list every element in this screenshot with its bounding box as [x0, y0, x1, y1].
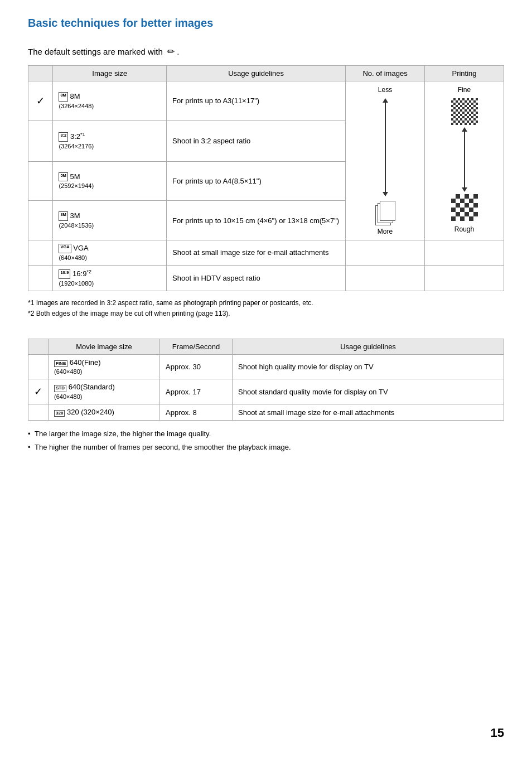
- table-row: VGA VGA (640×480) Shoot at small image s…: [28, 240, 504, 266]
- movie-table-row: 320 320 (320×240) Approx. 8 Shoot at sma…: [28, 404, 504, 420]
- movie-usage-r2: Shoot standard quality movie for display…: [233, 379, 504, 404]
- printing-empty-r6: [425, 265, 504, 291]
- image-size-cell-r3: 5M 5M (2592×1944): [53, 161, 167, 201]
- usage-cell-r4: For prints up to 10×15 cm (4×6") or 13×1…: [167, 201, 346, 240]
- movie-usage-r3: Shoot at small image size for e-mail att…: [233, 404, 504, 420]
- page-number: 15: [491, 726, 504, 740]
- check-col-r2: [28, 120, 53, 161]
- movie-dims-r1: (640×480): [54, 368, 82, 375]
- no-images-cell-row1: Less More: [346, 81, 425, 240]
- col-header-usage: Usage guidelines: [167, 66, 346, 81]
- movie-size-r1: FINE 640(Fine) (640×480): [49, 355, 160, 379]
- image-size-cell-r4: 3M 3M (2048×1536): [53, 201, 167, 240]
- cam-icon-8m: 8M: [59, 92, 67, 102]
- cam-icon-vga: VGA: [59, 244, 71, 253]
- intro-text: The default settings are marked with ✏ .: [28, 46, 504, 57]
- movie-table: Movie image size Frame/Second Usage guid…: [28, 339, 504, 421]
- movie-frame-r3: Approx. 8: [160, 404, 233, 420]
- movie-size-label-r3: 320 (320×240): [67, 408, 114, 416]
- movie-table-row: ✓ STD 640(Standard) (640×480) Approx. 17…: [28, 379, 504, 404]
- bullet-note-2: The higher the number of frames per seco…: [28, 441, 504, 454]
- page-title: Basic techniques for better images: [28, 17, 504, 30]
- cam-icon-169: 16:9: [59, 269, 70, 279]
- movie-size-r3: 320 320 (320×240): [49, 404, 160, 420]
- size-label-3m: 3M: [70, 211, 80, 220]
- movie-check-r3: [28, 404, 49, 420]
- size-dims-3m: (2048×1536): [59, 222, 94, 229]
- pages-icon: [375, 201, 395, 225]
- printing-rough: [425, 240, 504, 266]
- movie-size-r2: STD 640(Standard) (640×480): [49, 379, 160, 404]
- movie-table-row: FINE 640(Fine) (640×480) Approx. 30 Shoo…: [28, 355, 504, 379]
- movie-frame-r2: Approx. 17: [160, 379, 233, 404]
- check-col: ✓: [28, 81, 53, 121]
- image-size-table: Image size Usage guidelines No. of image…: [28, 65, 504, 291]
- no-images-less-label: Less: [378, 86, 392, 94]
- image-size-cell: 8M 8M (3264×2448): [53, 81, 167, 121]
- size-label-vga: VGA: [73, 244, 88, 252]
- usage-cell-r5: Shoot at small image size for e-mail att…: [167, 240, 346, 266]
- no-images-more: [346, 240, 425, 266]
- footnote-2: *2 Both edges of the image may be cut of…: [28, 308, 504, 319]
- table-row: 16:9 16:9*2 (1920×1080) Shoot in HDTV as…: [28, 265, 504, 291]
- footnote-1: *1 Images are recorded in 3:2 aspect rat…: [28, 298, 504, 308]
- movie-icon-320: 320: [54, 410, 65, 417]
- col-header-image-size: Image size: [53, 66, 167, 81]
- default-mark-symbol: ✏: [167, 47, 175, 56]
- arrow-down-icon: [383, 192, 388, 196]
- movie-size-label-r2: 640(Standard): [69, 383, 115, 391]
- bullet-note-1: The larger the image size, the higher th…: [28, 427, 504, 440]
- check-col-r3: [28, 161, 53, 201]
- movie-frame-r1: Approx. 30: [160, 355, 233, 379]
- image-size-cell-r5: VGA VGA (640×480): [53, 240, 167, 266]
- printing-arrow-up: [462, 127, 467, 132]
- intro-label: The default settings are marked with: [28, 47, 163, 56]
- no-images-empty-r6: [346, 265, 425, 291]
- arrow-v-line: [385, 103, 386, 192]
- check-col-r6: [28, 265, 53, 291]
- printing-arrow-down: [462, 187, 467, 192]
- printing-cell-row1: Fine Rough: [425, 81, 504, 240]
- cam-icon-5m: 5M: [59, 172, 67, 182]
- col-header-no-images: No. of images: [346, 66, 425, 81]
- size-dims-vga: (640×480): [59, 254, 86, 261]
- bullet-notes: The larger the image size, the higher th…: [28, 427, 504, 454]
- movie-check-r1: [28, 355, 49, 379]
- size-label-8m: 8M: [70, 92, 80, 100]
- usage-cell-r3: For prints up to A4(8.5×11"): [167, 161, 346, 201]
- size-label-169: 16:9: [72, 269, 86, 278]
- check-col-r4: [28, 201, 53, 240]
- movie-col-usage: Usage guidelines: [233, 339, 504, 355]
- size-dims-32: (3264×2176): [59, 143, 94, 150]
- usage-cell-r2: Shoot in 3:2 aspect ratio: [167, 120, 346, 161]
- movie-icon-fine: FINE: [54, 360, 67, 367]
- usage-cell-r6: Shoot in HDTV aspect ratio: [167, 265, 346, 291]
- movie-col-size: Movie image size: [49, 339, 160, 355]
- printing-arrow-line: [464, 132, 465, 187]
- movie-icon-std: STD: [54, 385, 66, 392]
- movie-dims-r2: (640×480): [54, 393, 82, 400]
- movie-usage-r1: Shoot high quality movie for display on …: [233, 355, 504, 379]
- size-dims-8m: (3264×2448): [59, 103, 94, 109]
- cam-icon-3m: 3M: [59, 211, 67, 221]
- col-header-printing: Printing: [425, 66, 504, 81]
- movie-check-r2: ✓: [28, 379, 49, 404]
- footnotes: *1 Images are recorded in 3:2 aspect rat…: [28, 298, 504, 319]
- checker-fine-icon: [451, 98, 478, 125]
- checker-rough-icon: [451, 194, 478, 221]
- table-row: ✓ 8M 8M (3264×2448) For prints up to A3(…: [28, 81, 504, 121]
- check-col-r5: [28, 240, 53, 266]
- arrow-up-icon: [383, 98, 388, 103]
- size-dims-5m: (2592×1944): [59, 182, 94, 189]
- cam-icon-32: 3:2: [59, 132, 68, 142]
- movie-col-frame: Frame/Second: [160, 339, 233, 355]
- image-size-cell-r2: 3:2 3:2*1 (3264×2176): [53, 120, 167, 161]
- size-label-32: 3:2: [70, 132, 80, 141]
- col-header-check: [28, 66, 53, 81]
- size-dims-169: (1920×1080): [59, 280, 94, 287]
- no-images-more-label: More: [378, 228, 393, 235]
- intro-period: .: [177, 47, 179, 56]
- usage-cell-8m: For prints up to A3(11×17"): [167, 81, 346, 121]
- image-size-cell-r6: 16:9 16:9*2 (1920×1080): [53, 265, 167, 291]
- printing-rough-label: Rough: [454, 225, 474, 233]
